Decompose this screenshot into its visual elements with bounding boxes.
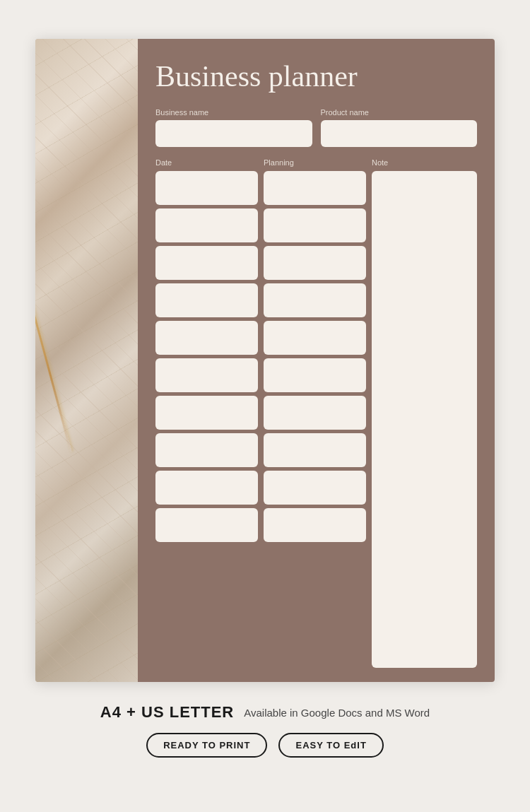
badge-row: READY TO PRINT EASY TO EdIT <box>146 733 384 758</box>
planner-card: Business planner Business name Product n… <box>35 39 495 682</box>
size-label: A4 + US LETTER <box>100 703 234 722</box>
note-column <box>372 171 477 668</box>
availability-label: Available in Google Docs and MS Word <box>244 707 430 719</box>
business-name-label: Business name <box>155 108 312 117</box>
date-row-3[interactable] <box>155 246 258 280</box>
footer-section: A4 + US LETTER Available in Google Docs … <box>100 703 430 758</box>
note-column-header: Note <box>372 158 477 167</box>
planning-row-10[interactable] <box>264 508 366 542</box>
date-row-4[interactable] <box>155 283 258 317</box>
planning-column-header: Planning <box>264 158 366 167</box>
planning-column <box>264 171 366 668</box>
date-column <box>155 171 258 668</box>
date-row-6[interactable] <box>155 358 258 392</box>
top-fields: Business name Product name <box>155 108 477 147</box>
table-body <box>155 171 477 668</box>
business-name-group: Business name <box>155 108 312 147</box>
date-row-8[interactable] <box>155 433 258 467</box>
ready-to-print-badge[interactable]: READY TO PRINT <box>146 733 267 758</box>
date-row-5[interactable] <box>155 321 258 355</box>
date-row-1[interactable] <box>155 171 258 205</box>
product-name-label: Product name <box>321 108 478 117</box>
easy-to-edit-badge[interactable]: EASY TO EdIT <box>278 733 383 758</box>
business-name-input[interactable] <box>155 120 312 147</box>
date-row-10[interactable] <box>155 508 258 542</box>
table-headers: Date Planning Note <box>155 158 477 167</box>
product-name-group: Product name <box>321 108 478 147</box>
planning-row-7[interactable] <box>264 396 366 430</box>
date-row-7[interactable] <box>155 396 258 430</box>
date-row-2[interactable] <box>155 208 258 242</box>
planning-row-3[interactable] <box>264 246 366 280</box>
planning-row-6[interactable] <box>264 358 366 392</box>
planning-row-2[interactable] <box>264 208 366 242</box>
planning-row-8[interactable] <box>264 433 366 467</box>
size-line: A4 + US LETTER Available in Google Docs … <box>100 703 430 722</box>
planning-row-1[interactable] <box>264 171 366 205</box>
planning-row-4[interactable] <box>264 283 366 317</box>
planning-row-5[interactable] <box>264 321 366 355</box>
table-section: Date Planning Note <box>155 158 477 668</box>
note-input[interactable] <box>372 171 477 668</box>
planning-row-9[interactable] <box>264 471 366 505</box>
marble-panel <box>35 39 138 682</box>
planner-title: Business planner <box>155 60 477 93</box>
content-panel: Business planner Business name Product n… <box>138 39 495 682</box>
date-column-header: Date <box>155 158 258 167</box>
marble-texture <box>35 39 138 682</box>
product-name-input[interactable] <box>321 120 478 147</box>
date-row-9[interactable] <box>155 471 258 505</box>
